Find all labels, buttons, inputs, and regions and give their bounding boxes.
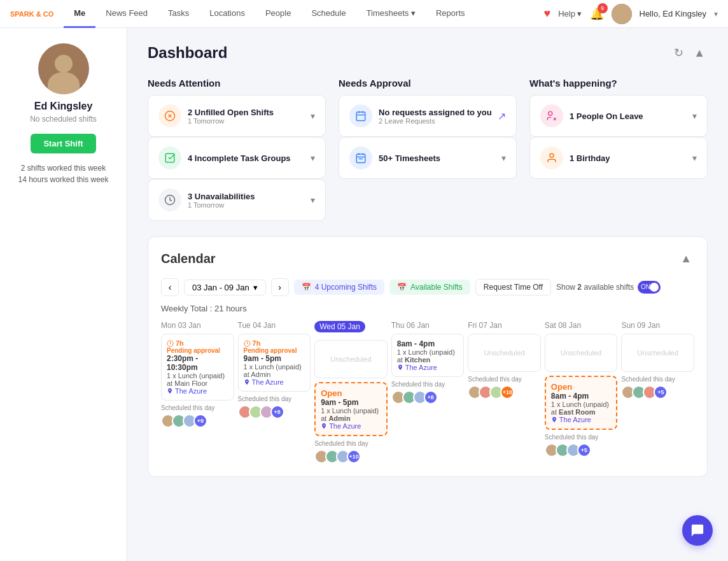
date-range-label: 03 Jan - 09 Jan xyxy=(192,283,249,292)
shift-card-wed-open[interactable]: Open 9am - 5pm 1 x Lunch (unpaid) at Adm… xyxy=(314,382,388,436)
needs-grid: Needs Attention 2 Unfilled Open Shifts 1… xyxy=(148,78,708,221)
avatar-group-wed: +10 xyxy=(314,450,388,464)
shift-card-tue[interactable]: 7h Pending approval 9am - 5pm 1 x Lunch … xyxy=(238,334,311,392)
birthday-chevron: ▾ xyxy=(692,153,697,163)
leave-requests-label: No requests assigned to you xyxy=(379,108,492,117)
calendar-grid: Mon 03 Jan 7h Pending approval 2:30pm - … xyxy=(161,321,694,464)
date-range-button[interactable]: 03 Jan - 09 Jan ▾ xyxy=(184,280,266,295)
whats-happening-col: What's happening? 1 People On Leave ▾ xyxy=(529,78,708,221)
open-shift-time-wed: 9am - 5pm xyxy=(321,398,381,407)
incomplete-tasks-card[interactable]: 4 Incomplete Task Groups ▾ xyxy=(148,137,326,179)
upcoming-shifts-button[interactable]: 📅 4 Upcoming Shifts xyxy=(294,280,384,295)
cal-day-sat: Sat 08 Jan Unscheduled Open 8am - 4pm 1 … xyxy=(545,321,618,464)
unfilled-shifts-card[interactable]: 2 Unfilled Open Shifts 1 Tomorrow ▾ xyxy=(148,95,326,137)
refresh-button[interactable]: ↻ xyxy=(671,43,686,62)
shift-card-thu[interactable]: 8am - 4pm 1 x Lunch (unpaid) at Kitchen … xyxy=(391,334,465,377)
shift-location-mon: The Azure xyxy=(167,387,228,395)
birthday-card[interactable]: 1 Birthday ▾ xyxy=(529,137,708,179)
avatar-group-sun: +5 xyxy=(621,385,694,399)
sidebar-user-name: Ed Kingsley xyxy=(34,101,93,112)
user-dropdown-icon[interactable]: ▾ xyxy=(714,10,718,18)
main-content: Dashboard ↻ ▲ Needs Attention 2 Unfilled… xyxy=(127,28,728,561)
cal-day-tue: Tue 04 Jan 7h Pending approval 9am - 5pm… xyxy=(238,321,311,464)
dashboard-actions: ↻ ▲ xyxy=(671,43,708,62)
nav-me[interactable]: Me xyxy=(64,0,95,28)
shift-location-tue: The Azure xyxy=(244,378,305,386)
calendar-header: Calendar ▲ xyxy=(161,250,694,268)
calendar-collapse-button[interactable]: ▲ xyxy=(678,250,694,268)
open-shift-time-sat: 8am - 4pm xyxy=(551,392,612,401)
nav-links: Me News Feed Tasks Locations People Sche… xyxy=(64,0,543,28)
unavailabilities-sub: 1 Tomorrow xyxy=(188,201,255,209)
avatar[interactable] xyxy=(612,4,632,24)
shift-card-sat-open[interactable]: Open 8am - 4pm 1 x Lunch (unpaid) at Eas… xyxy=(545,376,618,430)
leave-requests-expand[interactable]: ↗ xyxy=(498,110,506,122)
shift-card-mon[interactable]: 7h Pending approval 2:30pm - 10:30pm 1 x… xyxy=(161,334,234,401)
available-shifts-button[interactable]: 📅 Available Shifts xyxy=(389,280,470,295)
hours-worked-stat: 14 hours worked this week xyxy=(18,175,108,184)
calendar-section: Calendar ▲ ‹ 03 Jan - 09 Jan ▾ › 📅 4 Upc… xyxy=(148,236,708,477)
timesheets-card[interactable]: 50+ Timesheets ▾ xyxy=(339,137,517,179)
unavailabilities-label: 3 Unavailabilities xyxy=(188,192,255,201)
show-available-toggle: Show 2 available shifts ON xyxy=(556,281,661,294)
cal-day-thu-header: Thu 06 Jan xyxy=(391,321,465,330)
birthday-icon xyxy=(540,146,563,169)
unfilled-shifts-icon xyxy=(158,104,181,127)
request-time-off-button[interactable]: Request Time Off xyxy=(475,279,551,295)
top-navigation: SPARK & CO Me News Feed Tasks Locations … xyxy=(0,0,728,28)
cal-day-sun-header: Sun 09 Jan xyxy=(621,321,694,330)
avatar-overflow-count: +5 xyxy=(577,443,591,457)
calendar-next-button[interactable]: › xyxy=(271,278,289,296)
nav-tasks[interactable]: Tasks xyxy=(158,0,199,28)
favorites-icon[interactable]: ♥ xyxy=(543,7,550,20)
notification-badge: 9 xyxy=(598,3,608,13)
avatar-overflow-count: +9 xyxy=(193,414,207,428)
shift-time-mon: 2:30pm - 10:30pm xyxy=(167,354,228,372)
nav-reports[interactable]: Reports xyxy=(426,0,475,28)
nav-people[interactable]: People xyxy=(255,0,301,28)
open-shift-detail-wed: 1 x Lunch (unpaid) xyxy=(321,407,381,415)
leave-requests-card[interactable]: No requests assigned to you 2 Leave Requ… xyxy=(339,95,517,137)
scheduled-row-tue: Scheduled this day +8 xyxy=(238,395,311,419)
shift-at-tue: at Admin xyxy=(244,371,305,378)
cal-day-thu: Thu 06 Jan 8am - 4pm 1 x Lunch (unpaid) … xyxy=(391,321,465,464)
start-shift-button[interactable]: Start Shift xyxy=(31,134,95,153)
user-greeting[interactable]: Hello, Ed Kingsley xyxy=(640,9,707,18)
avatar-overflow-count: +10 xyxy=(500,385,514,399)
nav-schedule[interactable]: Schedule xyxy=(301,0,356,28)
shift-detail-thu: 1 x Lunch (unpaid) xyxy=(397,348,459,356)
needs-approval-col: Needs Approval No requests assigned to y… xyxy=(339,78,517,221)
chat-bubble-button[interactable] xyxy=(682,515,713,546)
cal-day-fri: Fri 07 Jan Unscheduled Scheduled this da… xyxy=(468,321,541,464)
leave-requests-icon xyxy=(349,104,372,127)
timesheets-chevron: ▾ xyxy=(501,153,506,163)
collapse-button[interactable]: ▲ xyxy=(691,43,708,62)
needs-attention-col: Needs Attention 2 Unfilled Open Shifts 1… xyxy=(148,78,326,221)
unscheduled-label-sat: Unscheduled xyxy=(561,349,601,357)
avatar-overflow-count: +8 xyxy=(424,390,438,404)
scheduled-row-thu: Scheduled this day +8 xyxy=(391,381,465,404)
notifications-button[interactable]: 🔔 9 xyxy=(590,7,604,21)
people-on-leave-card[interactable]: 1 People On Leave ▾ xyxy=(529,95,708,137)
timesheets-label: 50+ Timesheets xyxy=(379,153,440,163)
people-on-leave-icon xyxy=(540,104,563,127)
available-shifts-toggle[interactable]: ON xyxy=(638,281,661,294)
nav-locations[interactable]: Locations xyxy=(199,0,255,28)
open-shift-location-wed: The Azure xyxy=(321,422,381,430)
nav-newsfeed[interactable]: News Feed xyxy=(95,0,158,28)
shift-pending-label-tue: Pending approval xyxy=(244,347,305,354)
help-button[interactable]: Help ▾ xyxy=(558,9,582,18)
shift-card-sun-unscheduled: Unscheduled xyxy=(621,334,694,372)
avatar-group-tue: +8 xyxy=(238,405,311,419)
needs-approval-title: Needs Approval xyxy=(339,78,517,89)
svg-rect-5 xyxy=(356,112,365,121)
cal-day-wed-header: Wed 05 Jan xyxy=(314,321,365,332)
incomplete-tasks-chevron: ▾ xyxy=(311,153,315,163)
unavailabilities-card[interactable]: 3 Unavailabilities 1 Tomorrow ▾ xyxy=(148,179,326,221)
calendar-title: Calendar xyxy=(161,252,216,266)
calendar-prev-button[interactable]: ‹ xyxy=(161,278,179,296)
nav-timesheets[interactable]: Timesheets ▾ xyxy=(356,0,426,28)
avatar-group-sat: +5 xyxy=(545,443,618,457)
unavailabilities-icon xyxy=(158,188,181,211)
avatar-overflow-count: +10 xyxy=(347,450,361,464)
